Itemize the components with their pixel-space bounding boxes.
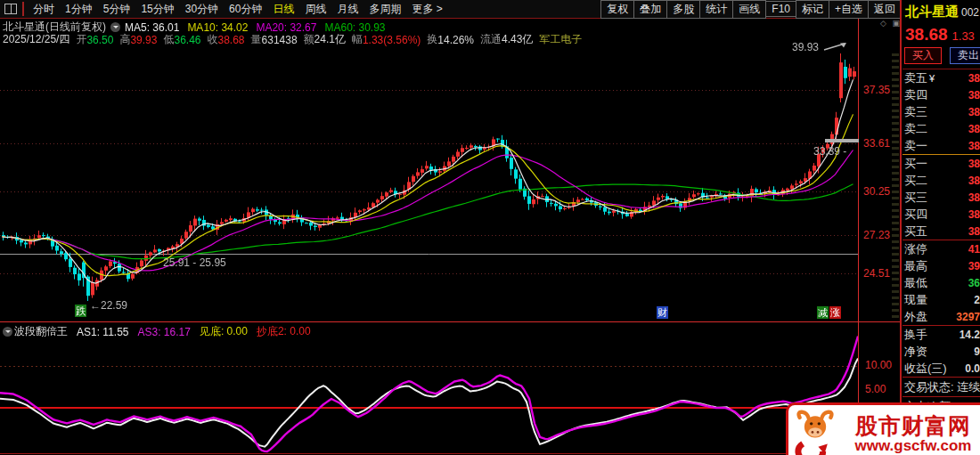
- chevron-down-icon[interactable]: [110, 22, 120, 32]
- quote-row-value: 38: [968, 158, 980, 170]
- side-mini-strip[interactable]: [892, 53, 899, 321]
- menu-item-周线[interactable]: 周线: [299, 2, 331, 17]
- quote-row-最低: 最低36: [902, 274, 980, 291]
- toolbar-button-画线[interactable]: 画线: [732, 0, 766, 19]
- quote-row-卖五: 卖五¥38: [902, 69, 980, 86]
- quote-row-value: 38: [968, 106, 980, 118]
- period-tabs: 分时1分钟5分钟15分钟30分钟60分钟日线周线月线多周期更多 >: [28, 2, 448, 17]
- quote-row-value: 38: [968, 191, 980, 204]
- menu-item-更多 >[interactable]: 更多 >: [406, 2, 447, 17]
- quote-row-label: 外盘: [904, 309, 927, 325]
- toolbar-button-F10[interactable]: F10: [765, 1, 796, 17]
- info-value: 军工电子: [539, 32, 582, 47]
- menu-item-60分钟[interactable]: 60分钟: [224, 2, 267, 17]
- toolbar-buttons: 复权叠加多股统计画线F10标记+自选返回: [601, 0, 902, 19]
- menu-item-30分钟[interactable]: 30分钟: [180, 2, 224, 17]
- quote-row-value: 38: [968, 140, 980, 152]
- quote-row-value: 0.0: [965, 362, 980, 375]
- quote-row-value: 14.2: [960, 329, 980, 341]
- info-label: 低: [163, 32, 174, 47]
- price-axis-label: 33.61: [863, 137, 890, 150]
- quote-row-value: 2: [974, 294, 980, 306]
- indicator-param: 见底: 0.00: [200, 324, 248, 339]
- quote-row-value: 38: [968, 89, 980, 102]
- mini-icons[interactable]: ◇ ▣: [880, 19, 902, 28]
- toolbar-button-统计[interactable]: 统计: [699, 0, 733, 19]
- info-value: 2025/12/25/四: [3, 32, 69, 47]
- quote-row-label: 买二: [904, 173, 927, 189]
- stock-code: 002: [961, 6, 979, 19]
- menu-divider: [22, 2, 24, 16]
- toolbar-button-叠加[interactable]: 叠加: [633, 0, 667, 19]
- quote-row-value: 38: [968, 175, 980, 187]
- quote-row-买一: 买一38: [902, 155, 980, 172]
- axis-left-border: [858, 19, 859, 454]
- info-value: 1.33(3.56%): [363, 34, 421, 46]
- quote-row-value: 39: [968, 260, 980, 272]
- quote-row-最高: 最高39: [902, 257, 980, 274]
- logo-url: www.gscfw.com: [838, 438, 980, 455]
- main-chart-canvas[interactable]: [0, 19, 858, 321]
- sidebar-price: 38.681.33: [905, 25, 975, 45]
- menu-item-分时[interactable]: 分时: [28, 2, 60, 17]
- toolbar-button-复权[interactable]: 复权: [600, 0, 634, 19]
- menu-item-15分钟[interactable]: 15分钟: [135, 2, 179, 17]
- quote-row-买三: 买三38: [902, 189, 980, 206]
- toolbar-button-+自选[interactable]: +自选: [829, 0, 869, 19]
- quote-row-value: 38: [968, 208, 980, 221]
- quote-row-label: 收益(三): [904, 361, 947, 377]
- quote-row-买四: 买四38: [902, 206, 980, 223]
- event-badge-财[interactable]: 财: [657, 306, 668, 319]
- chevron-down-icon[interactable]: [3, 327, 12, 337]
- quote-row-换手: 换手14.2: [902, 326, 980, 343]
- high-arrow-icon: [823, 39, 850, 53]
- indicator-title: 波段翻倍王AS1: 11.55AS3: 16.17见底: 0.00抄底2: 0.…: [3, 324, 320, 339]
- info-label: 高: [119, 32, 130, 47]
- menu-item-5分钟[interactable]: 5分钟: [98, 2, 136, 17]
- menu-item-多周期[interactable]: 多周期: [363, 2, 406, 17]
- stock-name: 北斗星通: [905, 4, 959, 19]
- info-value: 36.50: [86, 34, 113, 46]
- quote-row-value: 41: [968, 243, 980, 256]
- indicator-param: 波段翻倍王: [14, 324, 68, 339]
- info-label: 额: [304, 32, 314, 47]
- indicator-axis-label: 10.00: [865, 359, 892, 371]
- price-annotation: 39.93: [792, 41, 819, 53]
- price-axis-label: 27.23: [863, 229, 890, 241]
- buy-button[interactable]: 买入: [904, 47, 942, 64]
- quote-row-label: 换手: [904, 327, 927, 343]
- quote-row-label: 涨停: [904, 241, 927, 257]
- event-badge-减[interactable]: 减: [817, 306, 829, 319]
- quote-row-label: 卖三: [904, 104, 927, 120]
- quote-row-label: 买四: [904, 207, 927, 223]
- quote-row-value: 38: [968, 123, 980, 135]
- quote-row-卖三: 卖三38: [902, 103, 980, 120]
- quote-row-label: 买五: [904, 223, 927, 240]
- quote-row-label: 买三: [904, 190, 927, 206]
- event-badge-涨[interactable]: 涨: [829, 306, 841, 319]
- cursor-glyph: ¥: [929, 73, 935, 84]
- quote-row-label: 净资: [904, 344, 927, 360]
- sell-button[interactable]: 卖出: [950, 47, 980, 64]
- quote-row-label: 现量: [904, 292, 927, 308]
- menu-item-1分钟[interactable]: 1分钟: [60, 2, 98, 17]
- toolbar-button-多股[interactable]: 多股: [666, 0, 700, 19]
- info-label: 幅: [352, 32, 363, 47]
- quote-row-label: 卖四: [904, 87, 927, 103]
- quote-row-涨停: 涨停41: [902, 240, 980, 257]
- layout-icon[interactable]: [4, 4, 17, 14]
- price-annotation: 25.91 - 25.95: [163, 256, 226, 269]
- menu-item-日线[interactable]: 日线: [267, 2, 299, 17]
- info-label: 换: [427, 32, 437, 47]
- indicator-canvas[interactable]: [0, 322, 858, 453]
- quote-row-买五: 买五38: [902, 223, 980, 240]
- price-axis-label: 24.51: [863, 267, 890, 280]
- quote-row-value: 36: [968, 277, 980, 289]
- bottom-border: [0, 453, 900, 454]
- toolbar-button-返回[interactable]: 返回: [868, 0, 902, 19]
- indicator-axis-label: 5.00: [865, 383, 886, 395]
- quote-row-label: 最低: [904, 275, 927, 291]
- toolbar-button-标记[interactable]: 标记: [796, 0, 829, 19]
- menu-item-月线[interactable]: 月线: [331, 2, 363, 17]
- event-badge-跌[interactable]: 跌: [75, 305, 86, 317]
